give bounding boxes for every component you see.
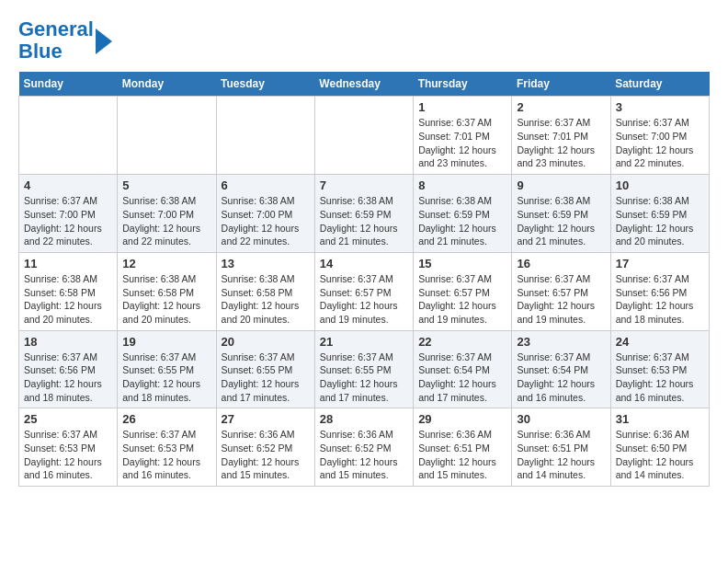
calendar-cell	[19, 97, 118, 175]
calendar-cell: 11Sunrise: 6:38 AM Sunset: 6:58 PM Dayli…	[19, 252, 118, 330]
day-info: Sunrise: 6:38 AM Sunset: 7:00 PM Dayligh…	[222, 194, 310, 248]
column-header-friday: Friday	[512, 72, 610, 97]
day-number: 12	[122, 257, 210, 270]
calendar-week-row: 18Sunrise: 6:37 AM Sunset: 6:56 PM Dayli…	[19, 330, 710, 408]
calendar-cell: 12Sunrise: 6:38 AM Sunset: 6:58 PM Dayli…	[118, 252, 216, 330]
calendar-cell: 23Sunrise: 6:37 AM Sunset: 6:54 PM Dayli…	[512, 330, 610, 408]
day-info: Sunrise: 6:37 AM Sunset: 6:53 PM Dayligh…	[24, 428, 112, 482]
calendar-cell: 18Sunrise: 6:37 AM Sunset: 6:56 PM Dayli…	[19, 330, 118, 408]
day-number: 14	[320, 257, 408, 270]
calendar-cell: 10Sunrise: 6:38 AM Sunset: 6:59 PM Dayli…	[610, 175, 709, 253]
calendar-cell: 21Sunrise: 6:37 AM Sunset: 6:55 PM Dayli…	[314, 330, 413, 408]
calendar-cell: 20Sunrise: 6:37 AM Sunset: 6:55 PM Dayli…	[216, 330, 314, 408]
day-info: Sunrise: 6:37 AM Sunset: 7:00 PM Dayligh…	[616, 116, 704, 170]
day-info: Sunrise: 6:38 AM Sunset: 6:59 PM Dayligh…	[320, 194, 408, 248]
day-number: 18	[24, 335, 112, 349]
day-info: Sunrise: 6:38 AM Sunset: 6:58 PM Dayligh…	[222, 272, 310, 327]
calendar-cell: 25Sunrise: 6:37 AM Sunset: 6:53 PM Dayli…	[19, 408, 118, 487]
day-number: 17	[616, 257, 704, 270]
calendar-cell: 19Sunrise: 6:37 AM Sunset: 6:55 PM Dayli…	[118, 330, 216, 408]
day-number: 28	[320, 412, 408, 426]
calendar-cell: 24Sunrise: 6:37 AM Sunset: 6:53 PM Dayli…	[610, 330, 709, 408]
day-info: Sunrise: 6:36 AM Sunset: 6:50 PM Dayligh…	[616, 428, 704, 482]
day-number: 3	[616, 100, 704, 114]
day-number: 20	[222, 335, 310, 349]
calendar-cell: 2Sunrise: 6:37 AM Sunset: 7:01 PM Daylig…	[512, 97, 610, 175]
calendar-cell	[216, 97, 314, 175]
day-number: 26	[122, 412, 210, 426]
calendar-week-row: 4Sunrise: 6:37 AM Sunset: 7:00 PM Daylig…	[19, 175, 710, 253]
day-info: Sunrise: 6:36 AM Sunset: 6:51 PM Dayligh…	[517, 428, 605, 482]
calendar-week-row: 25Sunrise: 6:37 AM Sunset: 6:53 PM Dayli…	[19, 408, 710, 487]
column-header-saturday: Saturday	[610, 72, 709, 97]
day-info: Sunrise: 6:37 AM Sunset: 6:57 PM Dayligh…	[418, 272, 506, 327]
day-info: Sunrise: 6:38 AM Sunset: 7:00 PM Dayligh…	[122, 194, 210, 248]
column-header-sunday: Sunday	[19, 72, 118, 97]
page-header: General Blue	[18, 18, 710, 63]
day-info: Sunrise: 6:38 AM Sunset: 6:58 PM Dayligh…	[122, 272, 210, 327]
day-number: 31	[616, 412, 704, 426]
calendar-cell: 8Sunrise: 6:38 AM Sunset: 6:59 PM Daylig…	[414, 175, 512, 253]
day-info: Sunrise: 6:37 AM Sunset: 6:55 PM Dayligh…	[122, 350, 210, 405]
column-header-tuesday: Tuesday	[216, 72, 314, 97]
column-header-wednesday: Wednesday	[314, 72, 413, 97]
calendar-cell: 28Sunrise: 6:36 AM Sunset: 6:52 PM Dayli…	[314, 408, 413, 487]
day-number: 10	[616, 178, 704, 192]
day-info: Sunrise: 6:37 AM Sunset: 6:57 PM Dayligh…	[517, 272, 605, 327]
day-number: 25	[24, 412, 112, 426]
column-header-monday: Monday	[118, 72, 216, 97]
day-info: Sunrise: 6:36 AM Sunset: 6:52 PM Dayligh…	[222, 428, 310, 482]
calendar-cell	[118, 97, 216, 175]
day-number: 19	[122, 335, 210, 349]
day-number: 29	[418, 412, 506, 426]
day-info: Sunrise: 6:37 AM Sunset: 6:54 PM Dayligh…	[418, 350, 506, 405]
day-info: Sunrise: 6:37 AM Sunset: 6:54 PM Dayligh…	[517, 350, 605, 405]
day-number: 2	[517, 100, 605, 114]
calendar-cell: 26Sunrise: 6:37 AM Sunset: 6:53 PM Dayli…	[118, 408, 216, 487]
calendar-cell: 29Sunrise: 6:36 AM Sunset: 6:51 PM Dayli…	[414, 408, 512, 487]
day-number: 11	[24, 257, 112, 270]
calendar-cell: 13Sunrise: 6:38 AM Sunset: 6:58 PM Dayli…	[216, 252, 314, 330]
day-number: 16	[517, 257, 605, 270]
day-info: Sunrise: 6:38 AM Sunset: 6:59 PM Dayligh…	[517, 194, 605, 248]
calendar-cell: 27Sunrise: 6:36 AM Sunset: 6:52 PM Dayli…	[216, 408, 314, 487]
day-number: 15	[418, 257, 506, 270]
day-number: 22	[418, 335, 506, 349]
calendar-header-row: SundayMondayTuesdayWednesdayThursdayFrid…	[19, 72, 710, 97]
day-number: 5	[122, 178, 210, 192]
day-number: 13	[222, 257, 310, 270]
day-info: Sunrise: 6:38 AM Sunset: 6:59 PM Dayligh…	[418, 194, 506, 248]
day-number: 24	[616, 335, 704, 349]
calendar-cell: 7Sunrise: 6:38 AM Sunset: 6:59 PM Daylig…	[314, 175, 413, 253]
calendar-cell: 30Sunrise: 6:36 AM Sunset: 6:51 PM Dayli…	[512, 408, 610, 487]
column-header-thursday: Thursday	[414, 72, 512, 97]
calendar-cell: 14Sunrise: 6:37 AM Sunset: 6:57 PM Dayli…	[314, 252, 413, 330]
calendar-cell: 5Sunrise: 6:38 AM Sunset: 7:00 PM Daylig…	[118, 175, 216, 253]
day-info: Sunrise: 6:37 AM Sunset: 6:57 PM Dayligh…	[320, 272, 408, 327]
calendar-cell: 22Sunrise: 6:37 AM Sunset: 6:54 PM Dayli…	[414, 330, 512, 408]
calendar-cell: 4Sunrise: 6:37 AM Sunset: 7:00 PM Daylig…	[19, 175, 118, 253]
day-info: Sunrise: 6:37 AM Sunset: 6:53 PM Dayligh…	[122, 428, 210, 482]
day-info: Sunrise: 6:38 AM Sunset: 6:59 PM Dayligh…	[616, 194, 704, 248]
day-info: Sunrise: 6:37 AM Sunset: 6:55 PM Dayligh…	[222, 350, 310, 405]
day-number: 8	[418, 178, 506, 192]
day-info: Sunrise: 6:37 AM Sunset: 6:55 PM Dayligh…	[320, 350, 408, 405]
logo: General Blue	[18, 18, 112, 63]
calendar-cell: 15Sunrise: 6:37 AM Sunset: 6:57 PM Dayli…	[414, 252, 512, 330]
day-info: Sunrise: 6:37 AM Sunset: 6:56 PM Dayligh…	[24, 350, 112, 405]
calendar-cell: 16Sunrise: 6:37 AM Sunset: 6:57 PM Dayli…	[512, 252, 610, 330]
day-number: 21	[320, 335, 408, 349]
calendar-cell: 1Sunrise: 6:37 AM Sunset: 7:01 PM Daylig…	[414, 97, 512, 175]
logo-general: General	[18, 17, 94, 40]
day-info: Sunrise: 6:37 AM Sunset: 7:00 PM Dayligh…	[24, 194, 112, 248]
calendar-week-row: 11Sunrise: 6:38 AM Sunset: 6:58 PM Dayli…	[19, 252, 710, 330]
day-number: 9	[517, 178, 605, 192]
day-number: 27	[222, 412, 310, 426]
calendar-cell: 3Sunrise: 6:37 AM Sunset: 7:00 PM Daylig…	[610, 97, 709, 175]
calendar-week-row: 1Sunrise: 6:37 AM Sunset: 7:01 PM Daylig…	[19, 97, 710, 175]
logo-blue: Blue	[18, 40, 63, 63]
day-info: Sunrise: 6:38 AM Sunset: 6:58 PM Dayligh…	[24, 272, 112, 327]
calendar-cell: 9Sunrise: 6:38 AM Sunset: 6:59 PM Daylig…	[512, 175, 610, 253]
calendar-cell: 17Sunrise: 6:37 AM Sunset: 6:56 PM Dayli…	[610, 252, 709, 330]
calendar-table: SundayMondayTuesdayWednesdayThursdayFrid…	[18, 72, 710, 487]
